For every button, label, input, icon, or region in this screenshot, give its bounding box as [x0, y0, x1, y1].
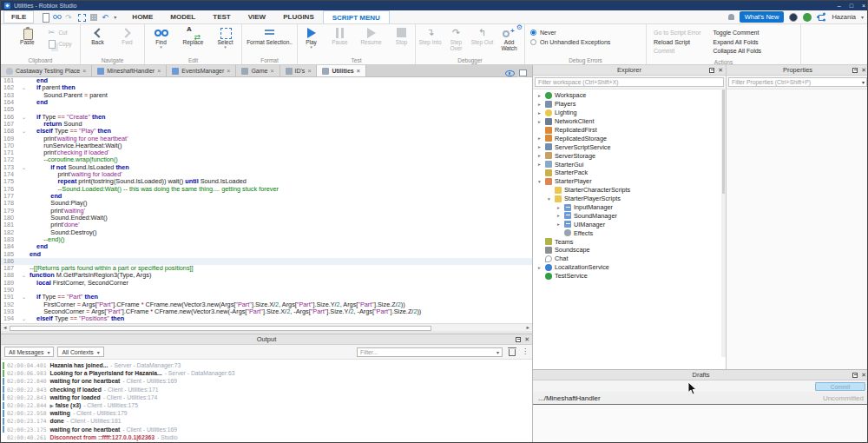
notification-bell-icon[interactable]	[728, 14, 734, 20]
tree-item-replicatedstorage[interactable]: ▸ReplicatedStorage	[533, 134, 726, 142]
expand-arrow-icon[interactable]: ▾	[546, 196, 552, 202]
fold-arrow-icon[interactable]: ⌄	[18, 272, 30, 279]
editor-tab-castaway-testing-place[interactable]: Castaway Testing Place×	[1, 65, 92, 76]
code-line-189[interactable]: 189 local FirstCorner, SecondCorner	[1, 280, 532, 287]
message-context-link[interactable]: - Client - Utilities:181	[67, 418, 122, 424]
tree-item-serverscriptservice[interactable]: ▸ServerScriptService	[533, 142, 726, 151]
minimize-button[interactable]: –	[838, 3, 841, 9]
float-panel-icon[interactable]	[852, 68, 858, 73]
code-line-184[interactable]: 184 end	[1, 243, 532, 250]
tree-item-soundscape[interactable]: Soundscape	[533, 246, 726, 255]
close-panel-icon[interactable]: ✕	[524, 336, 529, 342]
output-row[interactable]: 02:00:23.175waiting for one heartbeat- C…	[1, 426, 532, 433]
close-panel-icon[interactable]: ✕	[861, 372, 866, 378]
code-line-164[interactable]: 164 end	[1, 99, 532, 106]
code-line-161[interactable]: 161 end	[1, 77, 532, 84]
expand-arrow-icon[interactable]: ▸	[556, 213, 562, 218]
fold-arrow-icon[interactable]: ⌄	[18, 114, 30, 121]
expand-arrow-icon[interactable]: ▸	[536, 110, 542, 116]
code-line-176[interactable]: 176 --Sound.Loaded:Wait() -- this was do…	[1, 186, 532, 193]
code-line-182[interactable]: 182 Sound:Destroy()	[1, 229, 532, 236]
action-toggle-comment[interactable]: Toggle Comment	[713, 29, 761, 38]
back-button[interactable]: Back	[84, 26, 112, 45]
find-button[interactable]: Find▾	[148, 26, 175, 49]
tree-item-starterpack[interactable]: StarterPack	[533, 169, 726, 177]
close-button[interactable]: ×	[862, 3, 865, 9]
expand-arrow-icon[interactable]: ▸	[536, 119, 542, 124]
file-menu-button[interactable]: FILE	[3, 10, 34, 23]
explorer-scrollbar[interactable]	[721, 88, 726, 357]
message-context-link[interactable]: - Server - DataManager:73	[110, 362, 181, 368]
messages-filter-dropdown[interactable]: All Messages▾	[4, 347, 54, 357]
output-row[interactable]: 02:00:23.174done- Client - Utilities:181	[1, 417, 532, 425]
cut-button[interactable]: Cut	[47, 29, 71, 36]
expand-arrow-icon[interactable]: ▸	[536, 265, 542, 270]
find-icon[interactable]	[53, 13, 62, 22]
editor-tab-eventsmanager[interactable]: EventsManager×	[167, 65, 236, 76]
tree-item-workspace[interactable]: ▸Workspace	[533, 91, 726, 100]
editor-tab-mineshafthandler[interactable]: MineshaftHandler×	[92, 65, 167, 76]
message-context-link[interactable]: - Client - Utilities:169	[122, 426, 177, 433]
collaborators-eye-icon[interactable]	[505, 69, 515, 76]
menu-item-plugins[interactable]: PLUGINS	[274, 10, 323, 23]
undo-icon[interactable]: ↶	[102, 13, 110, 22]
code-line-180[interactable]: 180 Sound.Ended:Wait()	[1, 215, 532, 222]
fold-arrow-icon[interactable]: ⌄	[18, 84, 30, 91]
commit-button[interactable]: Commit	[815, 382, 865, 391]
expand-arrow-icon[interactable]: ▸	[536, 144, 542, 149]
tree-item-inputmanager[interactable]: ▸InputManager	[533, 203, 726, 212]
close-tab-icon[interactable]: ×	[357, 68, 360, 74]
output-row[interactable]: 02:00:22.844▶false (x3)- Client - Utilit…	[1, 401, 532, 409]
output-row[interactable]: 02:00:06.983Looking for a PlayerIsland f…	[1, 369, 532, 377]
expand-arrow-icon[interactable]: ▸	[536, 162, 542, 167]
menu-item-model[interactable]: MODEL	[161, 10, 204, 23]
expand-arrow-icon[interactable]: ▸	[556, 205, 562, 210]
message-context-link[interactable]: - Client - Utilities:171	[104, 387, 159, 393]
maximize-button[interactable]: □	[850, 3, 853, 9]
tree-item-uimanager[interactable]: ▸UIManager	[533, 220, 726, 228]
tree-item-teams[interactable]: Teams	[533, 237, 726, 246]
tree-item-testservice[interactable]: TestService	[533, 272, 726, 281]
debugger-settings-gear-icon[interactable]: ⚙	[516, 24, 523, 31]
close-tab-icon[interactable]: ×	[82, 68, 86, 74]
float-panel-icon[interactable]	[516, 337, 521, 342]
draft-item-mineshafthandler[interactable]: .../MineshaftHandlerUncommitted	[533, 392, 868, 405]
whats-new-button[interactable]: What's New	[740, 11, 785, 23]
expand-arrow-icon[interactable]: ▸	[556, 222, 562, 227]
step-into-button[interactable]: ↴Step Into	[418, 26, 443, 45]
format-selection-button[interactable]: Format Selection..	[247, 26, 293, 45]
debug-errors-never-radio[interactable]: Never	[530, 30, 641, 36]
tree-item-soundmanager[interactable]: ▸SoundManager	[533, 211, 726, 220]
tree-item-networkclient[interactable]: ▸NetworkClient	[533, 117, 726, 126]
properties-filter-input[interactable]: Filter Properties (Ctrl+Shift+P)	[728, 77, 867, 87]
action-reload-script[interactable]: Reload Script	[654, 38, 700, 48]
code-line-163[interactable]: 163 Sound.Parent = parent	[1, 92, 532, 99]
tree-item-starterplayer[interactable]: ▾StarterPlayer	[533, 177, 726, 186]
resume-button[interactable]: Resume	[356, 26, 387, 45]
code-line-183[interactable]: 183 --end)()	[1, 236, 532, 243]
message-context-link[interactable]: - Client - Utilities:174	[103, 394, 158, 400]
replace-button[interactable]: Replace	[177, 26, 210, 45]
action-go-to-script-error[interactable]: Go to Script Error	[654, 29, 700, 38]
user-menu-caret-icon[interactable]: ▾	[861, 14, 864, 20]
editor-tab-game[interactable]: Game×	[236, 65, 279, 76]
avatar[interactable]	[789, 13, 798, 22]
output-row[interactable]: 02:00:22.843waiting for loaded- Client -…	[1, 393, 532, 401]
pause-button[interactable]: Pause	[326, 26, 354, 45]
menu-item-view[interactable]: VIEW	[240, 10, 274, 23]
expand-arrow-icon[interactable]: ▸	[536, 102, 542, 107]
expand-arrow-icon[interactable]: ▸	[536, 153, 542, 158]
paste-button[interactable]: Paste	[9, 26, 45, 45]
tree-item-effects[interactable]: Effects	[533, 228, 726, 237]
menu-item-script-menu[interactable]: SCRIPT MENU	[323, 10, 390, 23]
step-over-button[interactable]: ↷Step Over	[444, 26, 469, 51]
tree-item-localizationservice[interactable]: ▸LocalizationService	[533, 263, 726, 272]
message-context-link[interactable]: - Client - Utilities:175	[83, 402, 138, 408]
redo-icon[interactable]: ↷	[65, 13, 74, 22]
expand-arrow-icon[interactable]: ▸	[536, 93, 542, 98]
share-icon[interactable]	[817, 13, 826, 22]
action-collapse-all-folds[interactable]: Collapse All Folds	[713, 47, 761, 56]
tree-item-startercharacterscripts[interactable]: StarterCharacterScripts	[533, 186, 726, 195]
step-out-button[interactable]: ↰Step Out	[470, 26, 495, 45]
expand-arrow-icon[interactable]: ▾	[536, 179, 542, 184]
